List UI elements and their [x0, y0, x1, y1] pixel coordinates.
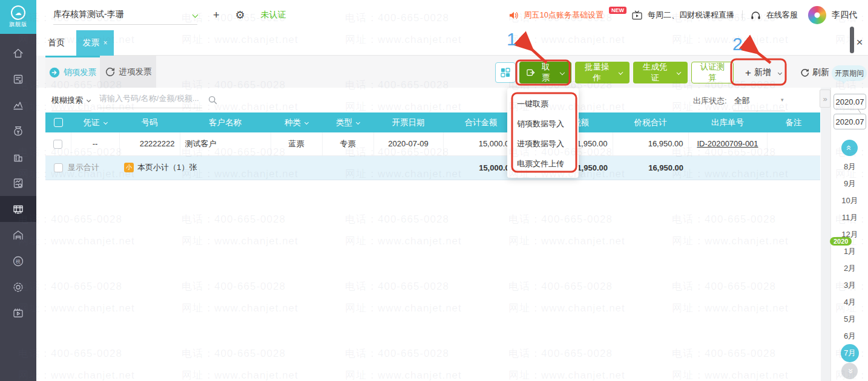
divider: [742, 10, 743, 20]
menu-item[interactable]: 电票文件上传: [507, 154, 579, 174]
sidebar-item-tax[interactable]: 税: [0, 248, 36, 274]
month-item[interactable]: 8月: [831, 158, 868, 175]
summary-total: 16,950.00: [613, 155, 688, 180]
view-switch-button[interactable]: [495, 62, 516, 83]
refresh-button[interactable]: 刷新: [793, 62, 837, 83]
top-bar: 库存核算测试-李珊 + ⚙ 未认证 周五10点账务基础设置 NEW 每周二、四财…: [36, 0, 868, 30]
sidebar-item-warehouse[interactable]: [0, 222, 36, 248]
fetch-invoice-button[interactable]: 取票: [519, 62, 571, 83]
column-header-customer: 客户名称: [180, 112, 271, 132]
batch-operations-button[interactable]: 批量操作: [575, 62, 630, 83]
account-selector[interactable]: 库存核算测试-李珊: [53, 9, 197, 25]
add-account-icon[interactable]: +: [213, 10, 220, 21]
tab-invoice[interactable]: 发票 ×: [76, 30, 114, 56]
sort-chevron-icon: [103, 120, 107, 124]
month-item[interactable]: 1月: [831, 243, 868, 260]
row-checkbox[interactable]: [53, 140, 62, 149]
subtab-purchase-invoice[interactable]: 进项发票: [100, 56, 156, 88]
search-input[interactable]: [98, 91, 202, 108]
cell-total: 16,950.00: [613, 132, 688, 155]
add-new-button[interactable]: +新增: [737, 62, 789, 83]
month-item[interactable]: 9月: [831, 175, 868, 192]
svg-text:税: 税: [15, 258, 21, 264]
vertical-scrollbar[interactable]: [850, 27, 854, 53]
table-row: --22222222测试客户蓝票专票2020-07-0915,000.001,9…: [45, 132, 820, 155]
purchase-import-icon: [105, 67, 116, 77]
tab-close-icon[interactable]: ×: [103, 39, 107, 47]
month-item[interactable]: 10月: [831, 192, 868, 209]
outbound-link[interactable]: ID-20200709-001: [697, 139, 758, 148]
collapse-panel-button[interactable]: »: [820, 90, 830, 108]
tab-home[interactable]: 首页: [36, 30, 76, 56]
month-item[interactable]: 3月: [831, 277, 868, 294]
subtab-sales-invoice[interactable]: 销项发票: [45, 56, 100, 88]
show-total-checkbox[interactable]: [54, 163, 63, 172]
avatar[interactable]: [808, 6, 826, 24]
month-item[interactable]: 2月: [831, 260, 868, 277]
search-icon[interactable]: [208, 96, 217, 107]
sidebar-item-statement[interactable]: [0, 170, 36, 196]
report-icon: [12, 99, 25, 112]
month-item[interactable]: 4月: [831, 294, 868, 311]
select-all-checkbox[interactable]: [45, 112, 71, 132]
refresh-icon: [800, 68, 809, 77]
generate-voucher-button[interactable]: 生成凭证: [633, 62, 688, 83]
period-to-box[interactable]: 2020.07: [833, 114, 866, 129]
chevron-down-icon: [618, 70, 623, 75]
cell-kind: 蓝票: [271, 132, 322, 155]
chevron-down-icon: [778, 70, 782, 74]
certify-calc-button[interactable]: 认证测算: [691, 62, 734, 83]
sales-export-icon: [49, 67, 60, 78]
cloud-logo-icon: ☁: [11, 5, 25, 20]
cell-date: 2020-07-09: [373, 132, 443, 155]
sidebar-item-company[interactable]: [0, 144, 36, 170]
scroll-months-down-button[interactable]: «: [841, 363, 858, 379]
fetch-dropdown-menu: 一键取票销项数据导入进项数据导入电票文件上传: [507, 88, 579, 178]
tv-icon: [632, 10, 642, 20]
menu-item[interactable]: 销项数据导入: [507, 114, 579, 134]
month-item[interactable]: 11月: [831, 209, 868, 226]
menu-item[interactable]: 进项数据导入: [507, 134, 579, 154]
fund-icon: [12, 125, 25, 138]
scroll-months-up-button[interactable]: «: [841, 140, 858, 156]
outbound-status-select[interactable]: 全部▾: [733, 96, 785, 111]
column-header-type[interactable]: 类型: [322, 112, 373, 132]
unverified-status[interactable]: 未认证: [261, 10, 286, 21]
gear-icon[interactable]: ⚙: [235, 10, 245, 21]
subtotal-icon: 小: [124, 163, 134, 172]
sidebar-item-settings[interactable]: [0, 274, 36, 300]
online-support-link[interactable]: 在线客服: [766, 10, 798, 21]
column-header-outbound: 出库单号: [688, 112, 767, 132]
column-header-kind[interactable]: 种类: [271, 112, 322, 132]
statement-icon: [12, 177, 25, 190]
close-icon[interactable]: ×: [852, 35, 867, 50]
period-from-box[interactable]: 2020.07: [833, 94, 866, 109]
summary-row: 显示合计 小本页小计（1）张 15,000.00 1,950.00 16,950…: [45, 155, 820, 180]
sidebar-item-home[interactable]: [0, 40, 36, 66]
grid-view-icon: [501, 68, 510, 77]
month-list: 8月9月10月11月12月1月2月3月4月5月6月7月2020: [831, 158, 868, 362]
app-logo[interactable]: ☁ 旗舰版: [0, 0, 36, 34]
month-item[interactable]: 7月: [831, 345, 868, 362]
edition-label: 旗舰版: [9, 21, 27, 28]
sidebar-item-invoice[interactable]: [0, 196, 36, 222]
menu-item[interactable]: 一键取票: [507, 94, 579, 114]
live-course-link[interactable]: 每周二、四财税课程直播: [648, 10, 734, 21]
subtotal-label: 本页小计（1）张: [137, 163, 197, 172]
tab-strip: 首页 发票 ×: [36, 30, 868, 56]
caret-down-icon: ▾: [781, 97, 784, 103]
company-icon: [12, 151, 25, 164]
sidebar-item-fund[interactable]: [0, 118, 36, 144]
sidebar-item-video[interactable]: [0, 300, 36, 326]
cell-type: 专票: [322, 132, 373, 155]
panel-gap: [821, 88, 830, 381]
left-sidebar: ☁ 旗舰版 税: [0, 0, 36, 381]
announcement-link[interactable]: 周五10点账务基础设置: [524, 10, 603, 21]
sidebar-item-billing[interactable]: [0, 66, 36, 92]
month-item[interactable]: 5月: [831, 311, 868, 328]
video-icon: [12, 307, 25, 320]
sidebar-item-report[interactable]: [0, 92, 36, 118]
fuzzy-search-selector[interactable]: 模糊搜索: [51, 95, 91, 111]
month-item[interactable]: 6月: [831, 328, 868, 345]
column-header-voucher[interactable]: 凭证: [71, 112, 119, 132]
